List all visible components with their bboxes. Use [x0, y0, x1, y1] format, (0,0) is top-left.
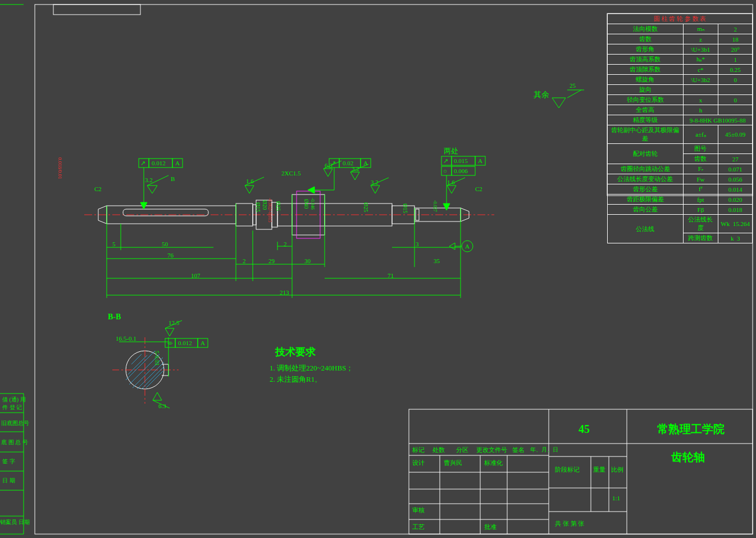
row-approve: 批准	[484, 523, 497, 531]
dia-25: Ø25	[275, 201, 281, 211]
len-213: 213	[280, 289, 289, 296]
side-6: 销案员 日期	[0, 518, 30, 526]
dia-15: Ø15	[255, 202, 261, 212]
hdr-doc: 更改文件号	[476, 446, 507, 454]
bbtol-top: 0.018/0.01	[57, 157, 63, 179]
chamfer-2x: 2XC1.5	[281, 170, 301, 177]
len-5: 5	[112, 241, 116, 247]
ra-bb2: 6.3	[158, 403, 166, 409]
bb-key: 16.5-0.1	[116, 335, 136, 342]
tech-2: 2. 未注圆角R1。	[270, 374, 322, 385]
hdr-count: 处数	[432, 446, 445, 454]
side-1b: 件 登 记	[2, 404, 22, 412]
len-35: 35	[434, 257, 440, 264]
label-two: 两处	[444, 146, 458, 156]
fcf1-val: 0.012	[152, 160, 166, 166]
svg-line-97	[146, 371, 163, 388]
weight: 重量	[593, 465, 605, 474]
len-30: 30	[304, 257, 311, 264]
ra-6: 1.6	[447, 179, 455, 186]
datum-a: A	[465, 243, 470, 250]
d15r-tol: -0.027	[432, 200, 438, 212]
side-1a: 借 (通) 用	[2, 396, 26, 404]
tech-title: 技术要求	[275, 345, 316, 359]
len-71: 71	[388, 272, 394, 279]
ra-bb1: 12.5	[168, 319, 179, 326]
material: 45	[579, 423, 590, 436]
bb-keyh: 5-0.03	[154, 351, 160, 365]
len-2b: 2	[284, 241, 287, 247]
stage: 阶段标记	[555, 465, 580, 474]
dia-40: Ø40	[303, 199, 309, 209]
hdr-date: 年、月、日	[530, 446, 558, 454]
svg-line-95	[137, 362, 164, 389]
org: 常熟理工学院	[657, 422, 725, 437]
fcf-sym-ref: A	[201, 340, 205, 346]
fcf-sym-val: 0.012	[178, 340, 192, 346]
section-bb-label: B-B	[108, 313, 121, 322]
sheets: 共 张 第 张	[555, 519, 584, 528]
d20-tol: -0.002/-0.015	[267, 198, 272, 223]
dia-25b: Ø25	[363, 202, 369, 212]
designer: 曹兴民	[444, 459, 462, 467]
fcf3-ref: A	[478, 157, 482, 164]
side-2: 旧底图总号	[1, 419, 29, 427]
ra-4: 3.2	[352, 165, 359, 172]
ra-5: 3.2	[371, 179, 379, 186]
len-3: 3	[416, 241, 419, 247]
row-std: 标准化	[484, 459, 503, 467]
side-4: 签 字	[2, 458, 15, 465]
gear-title: 圆 柱 齿 轮 参 数 表	[608, 14, 753, 24]
len-76: 76	[167, 252, 174, 259]
len-107: 107	[191, 272, 201, 279]
row-check: 审核	[412, 506, 425, 514]
fcf3-val: 0.015	[454, 157, 468, 164]
hdr-mark: 标记	[412, 446, 425, 454]
side-3: 底 图 总 号	[1, 438, 28, 446]
fcf-circ: 0.006	[454, 168, 468, 174]
chamfer-right: C2	[475, 186, 482, 192]
len-50: 50	[162, 241, 168, 247]
dia-15b: Ø15	[402, 204, 408, 213]
svg-line-99	[131, 354, 142, 364]
fcf1-ref: A	[175, 160, 180, 166]
partname: 齿轮轴	[671, 450, 705, 465]
scale-val: 1:1	[612, 495, 620, 501]
ra-other: 25	[570, 82, 576, 89]
datum-b: B	[171, 175, 175, 182]
gear-parameter-table: 圆 柱 齿 轮 参 数 表 法向模数mₙ2 齿数z18 齿形角\U+3b120°…	[607, 13, 753, 243]
d40-tol: -0.046	[310, 198, 315, 210]
len-2a: 2	[243, 257, 246, 264]
ra-1: 3.2	[145, 177, 153, 183]
chamfer-left: C2	[94, 186, 102, 192]
scale-lbl: 比例	[611, 465, 623, 474]
drawing-sheet: 其余 25 两处 ↗ 0.012 A ↗ 0.02 A ↗ 0.015 A ○ …	[0, 0, 756, 538]
tech-1: 1. 调制处理220~240HBS；	[270, 363, 353, 373]
hdr-sign: 签名	[512, 446, 525, 454]
side-5: 日 期	[2, 477, 15, 485]
ra-2: 1.6	[246, 178, 254, 184]
label-other: 其余	[534, 90, 549, 100]
fcf2-ref: A	[363, 160, 368, 166]
len-29: 29	[268, 257, 275, 264]
svg-rect-3	[53, 4, 140, 15]
row-tech: 工艺	[412, 523, 425, 531]
hdr-zone: 分区	[456, 446, 468, 454]
ra-3: 6.3	[325, 162, 333, 169]
row-design: 设计	[412, 459, 425, 467]
